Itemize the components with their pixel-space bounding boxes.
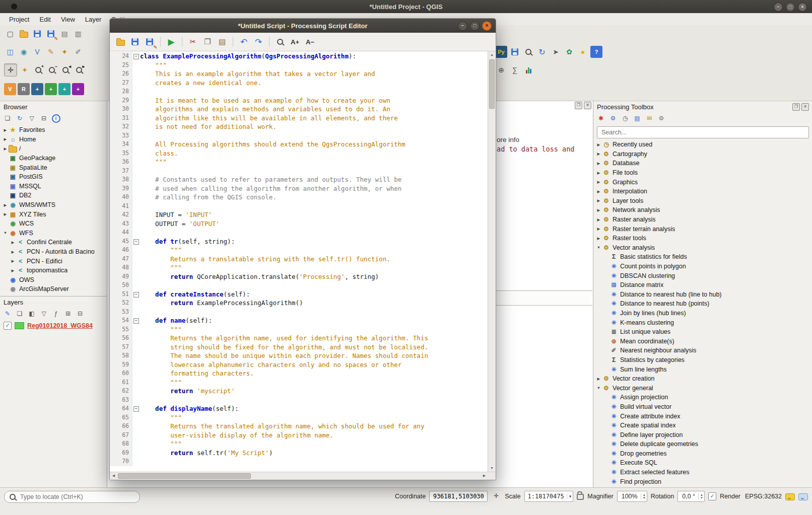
zoom-in-icon[interactable]: +	[32, 64, 44, 76]
toolbox-item[interactable]: ✳DBSCAN clustering	[593, 271, 812, 280]
chevron-right-icon[interactable]: ▶	[2, 203, 9, 207]
menu-layer[interactable]: Layer	[80, 14, 107, 25]
new-print-layout-icon[interactable]: ▤	[58, 28, 71, 40]
properties-info-icon[interactable]: i	[51, 113, 61, 123]
horizontal-scroll-thumb[interactable]	[118, 473, 251, 479]
toolbox-item[interactable]: ✐Nearest neighbour analysis	[593, 346, 812, 355]
spinner-arrows[interactable]: ▲▼	[698, 493, 703, 499]
vertex-tool-icon[interactable]: V	[31, 46, 43, 58]
chevron-right-icon[interactable]: ▶	[595, 142, 602, 147]
dialog-titlebar[interactable]: *Untitled Script - Processing Script Edi…	[110, 19, 496, 33]
chevron-right-icon[interactable]: ▶	[2, 146, 9, 151]
toolbox-item[interactable]: ✳Create attribute index	[593, 411, 812, 421]
close-panel-icon[interactable]: ✕	[801, 103, 809, 111]
maximize-button[interactable]: □	[786, 3, 795, 12]
zoom-last-icon[interactable]: ◂	[59, 64, 72, 76]
scale-lock-icon[interactable]	[577, 494, 584, 500]
toggle-editing-icon[interactable]: ✎	[45, 46, 57, 58]
zoom-next-icon[interactable]: ▸	[73, 64, 85, 76]
edit-in-place-icon[interactable]: ✉	[644, 113, 654, 123]
messages-icon[interactable]	[785, 493, 795, 500]
browser-item[interactable]: ▶◉WMS/WMTS	[0, 200, 107, 210]
remove-layer-icon[interactable]: ⊟	[75, 309, 85, 319]
scroll-down-icon[interactable]: ▼	[488, 465, 496, 472]
browser-item[interactable]: ▼◉WFS	[0, 229, 107, 238]
add-oracle-layer-icon[interactable]: +	[72, 83, 84, 95]
coordinate-capture-icon[interactable]: ⊕	[495, 64, 507, 76]
close-button[interactable]: ×	[798, 3, 807, 12]
pan-map-icon[interactable]: ✛	[4, 63, 17, 77]
data-source-manager-icon[interactable]: ◫	[4, 46, 16, 58]
fold-marker-icon[interactable]: −	[133, 318, 139, 324]
toolbox-item[interactable]: ▼⚙Vector general	[593, 383, 812, 393]
chevron-right-icon[interactable]: ▶	[595, 152, 602, 156]
toolbox-item[interactable]: ▶⚙Vector creation	[593, 374, 812, 384]
chevron-down-icon[interactable]: ▼	[595, 386, 602, 390]
crs-indicator[interactable]: EPSG:32632	[745, 491, 782, 502]
scale-combo[interactable]: 1:18170475 ▾	[524, 491, 574, 502]
browser-item[interactable]: ▣GeoPackage	[0, 154, 107, 163]
menu-project[interactable]: Project	[4, 14, 34, 25]
chevron-right-icon[interactable]: ▶	[595, 377, 602, 381]
toolbox-item[interactable]: ✳Distance to nearest hub (points)	[593, 299, 812, 309]
undo-icon[interactable]: ↶	[237, 35, 250, 48]
toolbox-item[interactable]: ▶⚙Raster tools	[593, 234, 812, 243]
open-project-icon[interactable]	[18, 28, 30, 40]
dialog-maximize-button[interactable]: □	[470, 21, 480, 31]
spin-down-icon[interactable]: ▼	[700, 496, 703, 499]
chevron-down-icon[interactable]: ▼	[595, 245, 602, 250]
chevron-right-icon[interactable]: ▶	[10, 268, 16, 273]
scripts-icon[interactable]: ⚙	[608, 113, 618, 123]
georeferencer-icon[interactable]: ◉	[18, 46, 30, 58]
new-project-icon[interactable]: ▢	[4, 28, 16, 40]
locate-input[interactable]	[19, 493, 119, 501]
grass-tools-icon[interactable]: ✿	[563, 46, 575, 58]
layers-header[interactable]: Layers	[0, 297, 107, 308]
expand-all-icon[interactable]: ⊞	[63, 309, 73, 319]
select-tool-icon[interactable]: ➤	[550, 46, 562, 58]
mouse-position-icon[interactable]: ✛	[491, 491, 501, 501]
zoom-full-icon[interactable]: ✦	[19, 64, 31, 76]
magnifier-spinner[interactable]: 100% ▲▼	[617, 491, 647, 502]
toolbox-item[interactable]: ✳Join by lines (hub lines)	[593, 309, 812, 318]
scroll-right-icon[interactable]: ▶	[481, 472, 488, 479]
browser-item[interactable]: ▶<toponomastica	[0, 266, 107, 275]
locate-box[interactable]	[4, 491, 140, 503]
filter-browser-icon[interactable]: ▽	[27, 113, 37, 123]
browser-header[interactable]: Browser	[0, 101, 107, 112]
browser-item[interactable]: ▶<Confini Centrale	[0, 238, 107, 247]
fold-marker-icon[interactable]: −	[133, 239, 139, 245]
scroll-left-icon[interactable]: ◀	[110, 472, 117, 479]
toolbox-item[interactable]: ✳Find projection	[593, 477, 812, 486]
decrease-font-icon[interactable]: A−	[303, 35, 317, 48]
horizontal-scrollbar[interactable]: ◀ ▶	[110, 472, 496, 480]
browser-item[interactable]: ▣MSSQL	[0, 182, 107, 191]
show-layout-manager-icon[interactable]: ▥	[72, 28, 84, 40]
toolbox-item[interactable]: ▶⚙Layer tools	[593, 196, 812, 206]
browser-item[interactable]: ▶★Favorites	[0, 125, 107, 135]
toolbox-item[interactable]: ✳Assign projection	[593, 393, 812, 402]
add-vector-layer-icon[interactable]: V	[4, 83, 16, 95]
toolbox-header[interactable]: Processing Toolbox ❐ ✕	[593, 101, 812, 112]
toolbox-item[interactable]: ✳Build virtual vector	[593, 402, 812, 412]
close-panel-icon[interactable]: ✕	[584, 102, 591, 109]
browser-item[interactable]: ▣DB2	[0, 191, 107, 200]
float-panel-icon[interactable]: ❐	[575, 102, 582, 109]
toolbox-search-input[interactable]	[600, 128, 805, 136]
help-icon[interactable]: ?	[590, 46, 602, 58]
spinner-arrows[interactable]: ▲▼	[641, 493, 646, 499]
toolbox-item[interactable]: ⊞Distance matrix	[593, 280, 812, 290]
dialog-minimize-button[interactable]: −	[458, 21, 467, 31]
code-editor[interactable]: 24−class ExampleProcessingAlgorithm(QgsP…	[110, 51, 496, 472]
toolbox-item[interactable]: ✳K-means clustering	[593, 318, 812, 327]
save-script-as-icon[interactable]: ✎	[143, 35, 156, 48]
toolbox-item[interactable]: ✳Count points in polygon	[593, 262, 812, 271]
toolbox-item[interactable]: ⊕Mean coordinate(s)	[593, 336, 812, 346]
browser-item[interactable]: ▣PostGIS	[0, 172, 107, 182]
chevron-right-icon[interactable]: ▶	[10, 250, 16, 254]
toolbox-item[interactable]: ≣List unique values	[593, 327, 812, 337]
browser-item[interactable]: ▶▦XYZ Tiles	[0, 209, 107, 219]
coordinate-input[interactable]	[429, 491, 488, 502]
minimize-button[interactable]: −	[774, 3, 783, 12]
render-checkbox[interactable]: ✓	[708, 492, 716, 500]
